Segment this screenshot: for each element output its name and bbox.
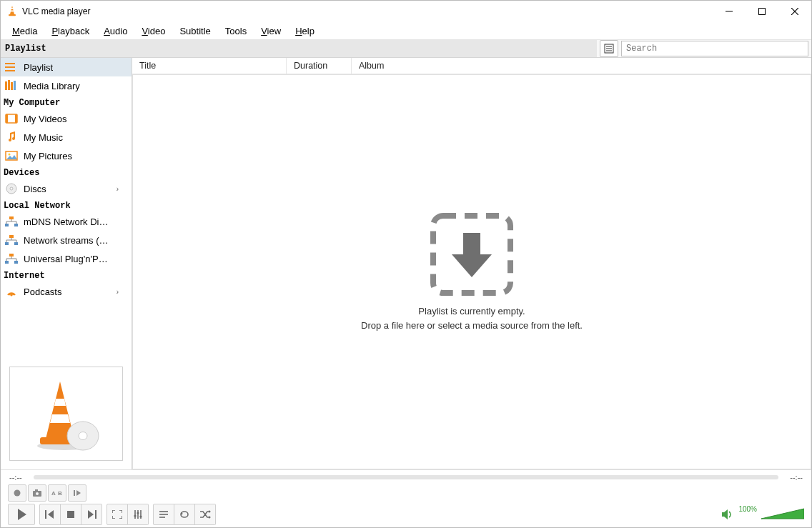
sidebar-item-label: My Videos	[24, 114, 66, 124]
volume-slider[interactable]	[761, 507, 804, 522]
sidebar-item-sap[interactable]: Network streams (SAP)	[1, 231, 132, 249]
menu-playback[interactable]: Playback	[44, 24, 96, 39]
menu-tools[interactable]: Tools	[218, 24, 254, 39]
sidebar-group-my-computer: My Computer	[1, 95, 132, 109]
sidebar-item-upnp[interactable]: Universal Plug'n'Play	[1, 249, 132, 268]
svg-rect-58	[74, 490, 75, 496]
svg-point-46	[10, 294, 12, 296]
svg-point-50	[79, 432, 87, 440]
column-album[interactable]: Album	[352, 58, 811, 74]
seek-slider[interactable]	[34, 475, 778, 479]
playlist-drop-area[interactable]: Playlist is currently empty. Drop a file…	[132, 74, 811, 469]
drop-arrow-icon	[429, 211, 515, 297]
menu-audio[interactable]: Audio	[96, 24, 134, 39]
playlist-group	[153, 504, 216, 525]
sidebar-item-media-library[interactable]: Media Library	[1, 76, 132, 95]
svg-rect-19	[6, 114, 8, 123]
play-button[interactable]	[8, 504, 35, 525]
column-label: Duration	[294, 61, 327, 71]
next-button[interactable]	[81, 504, 102, 525]
previous-button[interactable]	[39, 504, 61, 525]
sidebar-item-mdns[interactable]: mDNS Network Disco…	[1, 212, 132, 231]
control-bar: 100%	[1, 502, 811, 527]
playlist-icon	[5, 61, 18, 74]
menu-bar: Media Playback Audio Video Subtitle Tool…	[1, 22, 811, 40]
sidebar-item-my-music[interactable]: My Music	[1, 128, 132, 146]
svg-rect-27	[14, 224, 18, 226]
volume-area: 100%	[721, 507, 804, 522]
snapshot-button[interactable]	[28, 484, 46, 502]
shuffle-button[interactable]	[195, 504, 216, 525]
loop-button[interactable]	[174, 504, 195, 525]
sidebar-item-playlist[interactable]: Playlist	[1, 58, 132, 76]
svg-rect-34	[14, 242, 18, 245]
sidebar-item-discs[interactable]: Discs ›	[1, 179, 132, 198]
svg-rect-14	[5, 81, 7, 90]
svg-rect-1	[10, 11, 14, 12]
network-icon	[5, 234, 18, 246]
menu-video[interactable]: Video	[134, 24, 172, 39]
svg-rect-26	[5, 224, 9, 226]
sidebar-item-label: Universal Plug'n'Play	[24, 254, 109, 264]
svg-rect-2	[9, 14, 16, 16]
empty-line2: Drop a file here or select a media sourc…	[361, 319, 583, 333]
sidebar-group-local-network: Local Network	[1, 198, 132, 212]
svg-rect-17	[14, 81, 16, 90]
volume-percent: 100%	[738, 505, 757, 513]
menu-subtitle[interactable]: Subtitle	[172, 24, 217, 39]
sidebar-item-my-videos[interactable]: My Videos	[1, 109, 132, 128]
svg-point-66	[137, 512, 139, 514]
seek-row: --:-- --:--	[1, 470, 811, 484]
stop-button[interactable]	[61, 504, 81, 525]
elapsed-time: --:--	[9, 473, 28, 482]
sidebar-item-label: Playlist	[24, 62, 53, 73]
menu-view[interactable]: View	[254, 24, 288, 39]
record-button[interactable]	[8, 484, 26, 502]
close-button[interactable]	[778, 1, 811, 22]
svg-rect-4	[759, 9, 766, 15]
sidebar-item-my-pictures[interactable]: My Pictures	[1, 146, 132, 165]
svg-rect-32	[9, 235, 14, 238]
menu-help[interactable]: Help	[288, 24, 322, 39]
total-time: --:--	[784, 473, 803, 482]
sidebar-item-label: Discs	[24, 184, 46, 194]
svg-text:B: B	[58, 490, 62, 497]
fullscreen-button[interactable]	[107, 504, 128, 525]
search-input[interactable]	[621, 41, 808, 56]
vlc-cone-icon	[6, 6, 18, 17]
empty-line1: Playlist is currently empty.	[361, 304, 583, 319]
playlist-view-mode-button[interactable]	[600, 40, 618, 57]
sidebar-item-podcasts[interactable]: Podcasts ›	[1, 282, 132, 301]
svg-text:A: A	[51, 490, 56, 497]
network-icon	[5, 252, 18, 265]
body: Playlist Media Library My Computer My Vi…	[1, 58, 811, 469]
menu-media[interactable]: Media	[5, 24, 44, 39]
column-headers: Title Duration Album	[132, 58, 811, 74]
sidebar-item-label: Media Library	[24, 81, 80, 91]
svg-point-24	[10, 187, 13, 190]
column-title[interactable]: Title	[132, 58, 287, 74]
vlc-window: VLC media player Media Playback Audio Vi…	[0, 0, 812, 528]
maximize-button[interactable]	[746, 1, 778, 22]
atob-loop-button[interactable]: AB	[48, 484, 66, 502]
svg-rect-15	[8, 80, 10, 90]
minimize-button[interactable]	[713, 1, 746, 22]
library-icon	[5, 79, 18, 92]
svg-rect-60	[67, 511, 74, 518]
frame-step-button[interactable]	[68, 484, 86, 502]
video-icon	[5, 112, 18, 125]
disc-icon	[5, 182, 18, 195]
nav-group	[39, 504, 102, 525]
view-group	[107, 504, 149, 525]
sidebar-group-internet: Internet	[1, 268, 132, 282]
sidebar-item-label: mDNS Network Disco…	[24, 216, 109, 227]
toggle-playlist-button[interactable]	[153, 504, 174, 525]
svg-rect-54	[35, 489, 38, 492]
svg-rect-20	[15, 114, 17, 123]
speaker-icon[interactable]	[721, 509, 734, 520]
list-view-icon	[604, 44, 614, 54]
extended-settings-button[interactable]	[128, 504, 149, 525]
podcast-icon	[5, 285, 18, 298]
column-duration[interactable]: Duration	[287, 58, 352, 74]
sidebar-item-label: My Music	[24, 132, 63, 143]
